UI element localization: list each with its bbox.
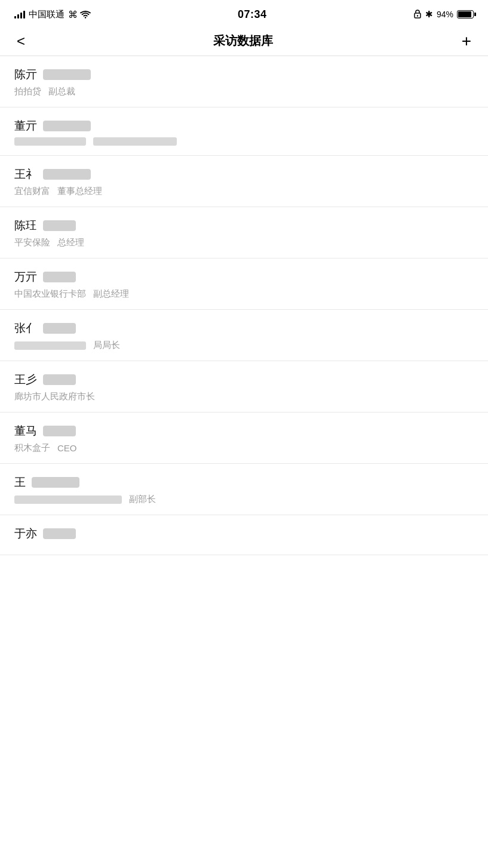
lock-icon (413, 9, 422, 20)
name-blur (43, 528, 76, 539)
status-time: 07:34 (238, 8, 267, 21)
svg-point-1 (417, 15, 418, 16)
contact-subtitle: 副部长 (14, 494, 474, 505)
list-item[interactable]: 董亓 (0, 107, 488, 156)
name-blur (43, 426, 76, 436)
contact-name: 于亦 (14, 526, 474, 541)
name-blur (43, 69, 91, 80)
contact-name: 王 (14, 475, 474, 490)
contact-name: 王礻 (14, 167, 474, 182)
contact-subtitle: 局局长 (14, 340, 474, 351)
page-title: 采访数据库 (213, 33, 273, 49)
contact-list: 陈亓 拍拍贷 副总裁 董亓 王礻 宜信财富 董事总经理 陈玨 平安保险 (0, 56, 488, 555)
back-button[interactable]: < (12, 30, 30, 52)
list-item[interactable]: 张亻 局局长 (0, 310, 488, 361)
status-left: 中国联通 ⌘ (14, 9, 91, 20)
nav-bar: < 采访数据库 + (0, 26, 488, 56)
carrier-label: 中国联通 (29, 9, 65, 20)
list-item[interactable]: 万亓 中国农业银行卡部 副总经理 (0, 258, 488, 310)
sub-blur (14, 341, 86, 350)
contact-name: 董亓 (14, 118, 474, 134)
contact-subtitle: 中国农业银行卡部 副总经理 (14, 288, 474, 300)
status-bar: 中国联通 ⌘ 07:34 ✱ 94% (0, 0, 488, 26)
list-item[interactable]: 于亦 (0, 515, 488, 555)
contact-subtitle: 宜信财富 董事总经理 (14, 186, 474, 197)
list-item[interactable]: 王 副部长 (0, 464, 488, 515)
list-item[interactable]: 王彡 廊坊市人民政府市长 (0, 361, 488, 413)
contact-name: 王彡 (14, 372, 474, 387)
contact-name: 董马 (14, 423, 474, 439)
name-blur (43, 169, 91, 180)
sub-blur (14, 495, 122, 504)
contact-name: 陈玨 (14, 218, 474, 233)
battery-percent: 94% (437, 10, 453, 19)
name-blur (43, 272, 76, 282)
contact-name: 张亻 (14, 321, 474, 336)
signal-icon (14, 10, 25, 19)
contact-subtitle: 廊坊市人民政府市长 (14, 391, 474, 402)
status-right: ✱ 94% (413, 9, 474, 20)
contact-name: 陈亓 (14, 67, 474, 82)
wifi-icon: ⌘ (68, 9, 91, 20)
battery-icon (457, 10, 474, 19)
bluetooth-icon: ✱ (425, 9, 433, 20)
list-item[interactable]: 陈玨 平安保险 总经理 (0, 207, 488, 258)
contact-subtitle: 拍拍贷 副总裁 (14, 86, 474, 97)
list-item[interactable]: 王礻 宜信财富 董事总经理 (0, 156, 488, 207)
name-blur (43, 374, 76, 385)
name-blur (43, 220, 76, 231)
list-item[interactable]: 董马 积木盒子 CEO (0, 413, 488, 464)
sub-blur (93, 137, 177, 146)
list-item[interactable]: 陈亓 拍拍贷 副总裁 (0, 56, 488, 107)
contact-name: 万亓 (14, 269, 474, 285)
contact-subtitle: 积木盒子 CEO (14, 442, 474, 454)
sub-blur (14, 137, 86, 146)
contact-subtitle (14, 137, 474, 146)
name-blur (43, 121, 91, 131)
contact-subtitle: 平安保险 总经理 (14, 237, 474, 248)
name-blur (32, 477, 79, 488)
name-blur (43, 323, 76, 334)
add-button[interactable]: + (457, 30, 476, 52)
